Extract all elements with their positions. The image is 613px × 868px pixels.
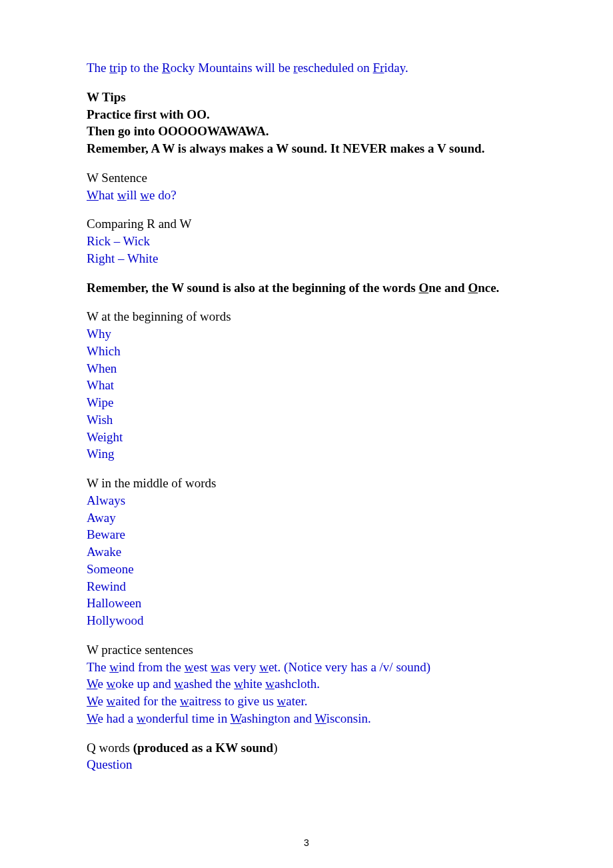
underline: w [265, 677, 275, 691]
word-item: Hollywood [87, 613, 533, 629]
text: (produced as a KW sound [133, 741, 273, 755]
w-practice-heading: W practice sentences [87, 642, 533, 658]
underline: W [87, 188, 99, 202]
w-tips-line: Remember, A W is always makes a W sound.… [87, 141, 533, 157]
text: ashcloth. [275, 677, 320, 691]
text: hite [243, 677, 265, 691]
w-beginning-heading: W at the beginning of words [87, 309, 533, 325]
text: aited for the [115, 694, 180, 708]
text: ne and [428, 281, 468, 295]
text: nce. [478, 281, 499, 295]
word-item: Someone [87, 561, 533, 577]
page-number: 3 [304, 837, 309, 848]
underline: O [418, 281, 428, 295]
comparing-heading: Comparing R and W [87, 216, 533, 232]
word-item: Which [87, 343, 533, 359]
underline: tr [109, 61, 117, 75]
text: The [87, 660, 109, 674]
w-sentence-heading: W Sentence [87, 170, 533, 186]
underline: w [140, 188, 149, 202]
underline: w [259, 660, 269, 674]
q-words-heading: Q words (produced as a KW sound) [87, 740, 533, 756]
word-item: Away [87, 510, 533, 526]
word-item: Rewind [87, 579, 533, 595]
underline: O [468, 281, 478, 295]
text: e had a [97, 711, 137, 725]
text: iday. [384, 61, 408, 75]
text: Q words [87, 741, 133, 755]
practice-sentence: We woke up and washed the white washclot… [87, 676, 533, 692]
practice-sentence: We waited for the waitress to give us wa… [87, 693, 533, 709]
text: ocky Mountains will be [171, 61, 294, 75]
text: est [193, 660, 211, 674]
word-item: When [87, 361, 533, 377]
text: Remember, the W sound is also at the beg… [87, 281, 418, 295]
practice-sentence: We had a wonderful time in Washington an… [87, 711, 533, 727]
underline: W [87, 677, 97, 691]
w-middle-heading: W in the middle of words [87, 475, 533, 491]
underline: W [87, 694, 97, 708]
word-item: Always [87, 493, 533, 509]
w-tips-heading: W Tips [87, 89, 533, 105]
text: isconsin. [326, 711, 371, 725]
text: ashington and [241, 711, 314, 725]
text: ) [273, 741, 277, 755]
underline: W [314, 711, 326, 725]
text: as very [220, 660, 259, 674]
word-item: Question [87, 757, 533, 773]
text: ip to the [117, 61, 162, 75]
underline: Fr [373, 61, 384, 75]
w-tips-line: Then go into OOOOOWAWAWA. [87, 123, 533, 139]
word-item: Wish [87, 412, 533, 428]
text: ind from the [119, 660, 185, 674]
text: escheduled on [298, 61, 373, 75]
text: The [87, 61, 109, 75]
word-item: Beware [87, 527, 533, 543]
text: e [97, 694, 106, 708]
word-item: What [87, 377, 533, 393]
page: The trip to the Rocky Mountains will be … [0, 0, 613, 868]
text: ill [127, 188, 141, 202]
w-sentence-line: What will we do? [87, 187, 533, 203]
word-item: Wipe [87, 395, 533, 411]
top-sentence: The trip to the Rocky Mountains will be … [87, 60, 533, 76]
word-item: Halloween [87, 595, 533, 611]
underline: W [231, 711, 241, 725]
text: hat [99, 188, 117, 202]
underline: w [137, 711, 146, 725]
text: oke up and [115, 677, 174, 691]
underline: R [162, 61, 171, 75]
underline: w [277, 694, 287, 708]
underline: w [185, 660, 194, 674]
underline: w [234, 677, 243, 691]
underline: w [107, 677, 116, 691]
text: e [97, 677, 106, 691]
text: ater. [286, 694, 307, 708]
word-item: Weight [87, 429, 533, 445]
underline: w [211, 660, 220, 674]
underline: w [109, 660, 119, 674]
text: aitress to give us [189, 694, 277, 708]
underline: w [117, 188, 127, 202]
text: et. (Notice very has a /v/ sound) [269, 660, 430, 674]
text: e do? [149, 188, 177, 202]
practice-sentence: The wind from the west was very wet. (No… [87, 659, 533, 675]
word-item: Awake [87, 544, 533, 560]
w-tips-line: Practice first with OO. [87, 107, 533, 123]
comparing-line: Rick – Wick [87, 233, 533, 249]
remember-w-line: Remember, the W sound is also at the beg… [87, 280, 533, 296]
word-item: Wing [87, 446, 533, 462]
text: ashed the [183, 677, 234, 691]
comparing-line: Right – White [87, 251, 533, 267]
underline: w [174, 677, 183, 691]
word-item: Why [87, 326, 533, 342]
underline: w [107, 694, 116, 708]
text: onderful time in [146, 711, 231, 725]
underline: W [87, 711, 97, 725]
underline: w [180, 694, 189, 708]
